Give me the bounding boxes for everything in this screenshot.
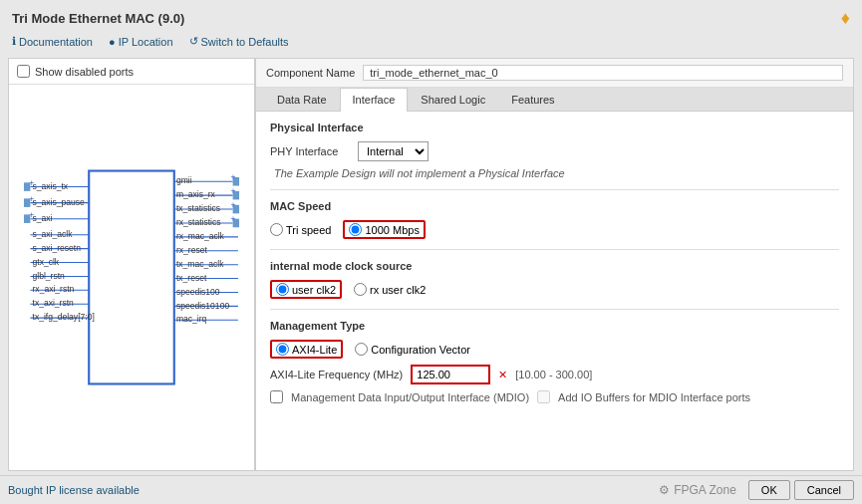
tab-bar: Data Rate Interface Shared Logic Feature… [256,88,853,112]
cancel-button[interactable]: Cancel [794,480,854,500]
info-icon: ℹ [12,35,16,48]
mdio-label: Management Data Input/Output Interface (… [291,391,529,403]
port-diagram: + s_axis_tx + s_axis_pause + s_axi s_axi… [9,85,254,470]
mac-speed-tri-speed[interactable]: Tri speed [270,223,331,236]
svg-text:+: + [230,200,235,210]
freq-range: [10.00 - 300.00] [515,369,592,380]
clock-source-title: internal mode clock source [270,260,839,272]
svg-text:+: + [230,172,235,182]
fpga-zone-logo: ⚙ FPGA Zone [659,483,736,497]
svg-text:speedis10100: speedis10100 [176,301,229,311]
svg-text:+: + [230,186,235,196]
io-buffers-label: Add IO Buffers for MDIO Interface ports [558,391,750,403]
mac-speed-title: MAC Speed [270,200,839,212]
1000mbps-label: 1000 Mbps [365,224,419,236]
svg-text:rx_mac_aclk: rx_mac_aclk [176,231,225,241]
show-disabled-ports-checkbox[interactable] [17,65,30,78]
axi4-lite-selected[interactable]: AXI4-Lite [270,340,343,359]
switch-icon: ↺ [189,35,198,48]
freq-clear-icon[interactable]: ✕ [498,369,507,381]
svg-rect-0 [89,171,174,384]
switch-defaults-link[interactable]: ↺ Switch to Defaults [189,35,289,48]
user-clk2-selected[interactable]: user clk2 [270,280,342,299]
svg-text:rx_reset: rx_reset [176,245,207,255]
fpga-zone-text: FPGA Zone [674,483,736,497]
phy-interface-select[interactable]: Internal External None [358,141,429,161]
ip-label: IP Location [119,36,173,48]
ip-icon: ● [109,36,116,48]
svg-text:s_axi_aclk: s_axi_aclk [33,229,74,239]
freq-label: AXI4-Lite Frequency (MHz) [270,369,403,380]
tab-interface[interactable]: Interface [340,88,409,112]
window-title: Tri Mode Ethernet MAC (9.0) [12,11,184,26]
svg-text:gmii: gmii [176,175,192,185]
svg-text:speedis100: speedis100 [176,287,220,297]
phy-interface-label: PHY Interface [270,145,350,157]
user-clk2-label: user clk2 [292,284,336,296]
show-ports-label: Show disabled ports [35,66,134,78]
rx-user-clk2[interactable]: rx user clk2 [354,283,426,296]
svg-text:tx_ifg_delay[7:0]: tx_ifg_delay[7:0] [33,312,95,322]
physical-interface-title: Physical Interface [270,122,839,133]
config-vector-label: Configuration Vector [371,344,470,356]
svg-text:s_axis_tx: s_axis_tx [33,181,69,191]
tab-data-rate[interactable]: Data Rate [264,88,340,111]
config-vector[interactable]: Configuration Vector [355,343,470,356]
fpga-zone-icon: ⚙ [659,483,670,497]
switch-label: Switch to Defaults [201,36,289,48]
rx-user-clk2-label: rx user clk2 [370,284,426,296]
svg-text:mac_irq: mac_irq [176,314,207,324]
svg-text:tx_axi_rstn: tx_axi_rstn [33,298,75,308]
app-icon: ♦ [841,8,850,29]
svg-text:gtx_clk: gtx_clk [33,257,60,267]
svg-text:tx_statistics: tx_statistics [176,203,220,213]
tab-features[interactable]: Features [498,88,567,111]
svg-text:s_axi: s_axi [33,213,53,223]
doc-label: Documentation [19,36,93,48]
svg-text:glbl_rstn: glbl_rstn [33,271,66,281]
documentation-link[interactable]: ℹ Documentation [12,35,93,48]
axi4-lite-label: AXI4-Lite [292,344,337,356]
svg-text:s_axi_resetn: s_axi_resetn [33,243,82,253]
ip-location-link[interactable]: ● IP Location [109,36,173,48]
component-name-label: Component Name [266,67,355,79]
phy-note: The Example Design will not implement a … [274,167,839,179]
ok-button[interactable]: OK [748,480,790,500]
mdio-checkbox[interactable] [270,390,283,403]
io-buffers-checkbox[interactable] [537,390,550,403]
management-type-title: Management Type [270,320,839,332]
component-name-input[interactable] [363,65,843,81]
svg-text:rx_statistics: rx_statistics [176,217,221,227]
svg-text:tx_mac_aclk: tx_mac_aclk [176,259,224,269]
svg-text:+: + [230,214,235,224]
svg-text:m_axis_rx: m_axis_rx [176,189,216,199]
svg-text:rx_axi_rstn: rx_axi_rstn [33,284,75,294]
freq-input[interactable] [411,365,490,384]
svg-text:tx_reset: tx_reset [176,273,207,283]
tab-shared-logic[interactable]: Shared Logic [408,88,498,111]
svg-text:s_axis_pause: s_axis_pause [33,197,86,207]
tri-speed-label: Tri speed [286,224,331,236]
license-label: Bought IP license available [8,484,140,496]
mac-speed-1000mbps-selected[interactable]: 1000 Mbps [343,220,425,239]
